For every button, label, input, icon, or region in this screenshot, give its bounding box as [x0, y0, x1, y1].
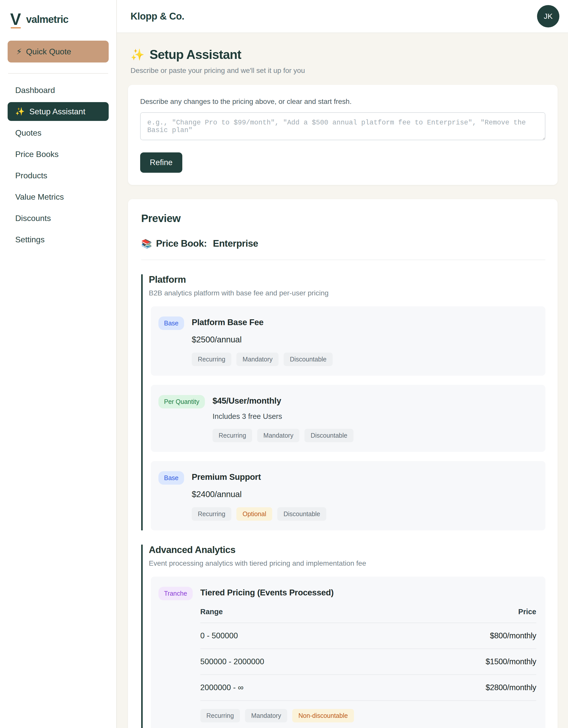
tag-recurring: Recurring	[192, 353, 231, 366]
component-tags: RecurringOptionalDiscountable	[192, 507, 536, 521]
tier-price: $2800/monthly	[486, 683, 536, 692]
price-book-row: 📚 Price Book: Enterprise	[141, 238, 545, 249]
refine-card: Describe any changes to the pricing abov…	[128, 85, 558, 185]
avatar[interactable]: JK	[537, 5, 559, 27]
sidebar-item-products[interactable]: Products	[8, 166, 109, 185]
refine-instructions: Describe any changes to the pricing abov…	[140, 98, 545, 106]
price-component-card: BasePlatform Base Fee$2500/annualRecurri…	[151, 306, 545, 376]
page-title: Setup Assistant	[150, 47, 241, 62]
tier-row: 500000 - 2000000$1500/monthly	[200, 649, 536, 675]
tag-mandatory: Mandatory	[237, 353, 279, 366]
component-tags: RecurringMandatoryNon-discountable	[200, 709, 536, 722]
tier-price: $800/monthly	[490, 631, 536, 640]
component-note: Includes 3 free Users	[213, 412, 536, 421]
tier-range: 0 - 500000	[200, 631, 238, 640]
component-type-badge: Per Quantity	[159, 395, 205, 408]
sidebar-item-value-metrics[interactable]: Value Metrics	[8, 187, 109, 206]
component-title: Platform Base Fee	[192, 316, 536, 327]
sparkles-icon: ✨	[131, 49, 145, 60]
tag-mandatory: Mandatory	[257, 429, 299, 442]
tag-discountable: Discountable	[284, 353, 332, 366]
product-name: Platform	[149, 274, 545, 285]
component-price: $2400/annual	[192, 489, 536, 499]
sidebar-item-label: Settings	[15, 235, 45, 244]
lightning-icon: ⚡	[16, 48, 22, 56]
price-component-card: Per Quantity$45/User/monthlyIncludes 3 f…	[151, 385, 545, 452]
tag-mandatory: Mandatory	[245, 709, 287, 722]
sidebar-item-label: Price Books	[15, 150, 59, 159]
preview-heading: Preview	[141, 212, 545, 225]
sidebar-item-label: Products	[15, 171, 47, 180]
component-title: Premium Support	[192, 471, 536, 482]
page-head: ✨ Setup Assistant Describe or paste your…	[128, 47, 558, 75]
app: V valmetric ⚡ Quick Quote Dashboard✨Setu…	[0, 0, 568, 728]
price-component-card: BasePremium Support$2400/annualRecurring…	[151, 461, 545, 530]
tier-column-price: Price	[518, 608, 536, 616]
sidebar-divider	[8, 73, 108, 74]
sidebar-nav: Dashboard✨Setup AssistantQuotesPrice Boo…	[8, 81, 109, 251]
component-title: Tiered Pricing (Events Processed)	[200, 587, 536, 597]
product-description: Event processing analytics with tiered p…	[149, 559, 545, 567]
component-tags: RecurringMandatoryDiscountable	[192, 353, 536, 366]
tag-recurring: Recurring	[192, 507, 231, 521]
sidebar-item-label: Discounts	[15, 214, 51, 223]
component-type-badge: Base	[159, 316, 184, 330]
price-book-name: Enterprise	[213, 238, 258, 249]
price-component-card: TrancheTiered Pricing (Events Processed)…	[151, 577, 545, 728]
tag-recurring: Recurring	[213, 429, 252, 442]
tag-recurring: Recurring	[200, 709, 240, 722]
top-bar: Klopp & Co. JK	[117, 0, 568, 33]
component-type-badge: Base	[159, 471, 184, 485]
component-title: $45/User/monthly	[213, 395, 536, 406]
preview-sections: PlatformB2B analytics platform with base…	[141, 274, 545, 728]
tier-table-header: RangePrice	[200, 608, 536, 623]
quick-quote-button[interactable]: ⚡ Quick Quote	[8, 41, 109, 62]
preview-card: Preview 📚 Price Book: Enterprise Platfor…	[128, 199, 558, 728]
product-section-advanced-analytics: Advanced AnalyticsEvent processing analy…	[141, 545, 545, 728]
product-description: B2B analytics platform with base fee and…	[149, 289, 545, 297]
divider	[141, 260, 545, 260]
product-name: Advanced Analytics	[149, 545, 545, 555]
price-book-label: Price Book:	[156, 238, 207, 249]
tier-range: 500000 - 2000000	[200, 657, 264, 666]
page-subtitle: Describe or paste your pricing and we'll…	[131, 67, 558, 75]
tier-range: 2000000 - ∞	[200, 683, 244, 692]
client-name: Klopp & Co.	[131, 11, 184, 22]
main-area: Klopp & Co. JK ✨ Setup Assistant Describ…	[117, 0, 568, 728]
sidebar-item-price-books[interactable]: Price Books	[8, 145, 109, 164]
tag-discountable: Discountable	[304, 429, 353, 442]
logo-mark-icon: V	[10, 11, 21, 27]
tier-column-range: Range	[200, 608, 223, 616]
sidebar-item-dashboard[interactable]: Dashboard	[8, 81, 109, 100]
product-section-platform: PlatformB2B analytics platform with base…	[141, 274, 545, 530]
component-tags: RecurringMandatoryDiscountable	[213, 429, 536, 442]
sidebar-item-label: Quotes	[15, 128, 41, 138]
quick-quote-label: Quick Quote	[26, 47, 71, 56]
brand-name: valmetric	[26, 14, 69, 25]
sidebar-item-discounts[interactable]: Discounts	[8, 209, 109, 228]
sidebar: V valmetric ⚡ Quick Quote Dashboard✨Setu…	[0, 0, 117, 728]
sidebar-item-label: Dashboard	[15, 86, 55, 95]
brand-logo: V valmetric	[8, 11, 109, 27]
tier-price: $1500/monthly	[486, 657, 536, 666]
sidebar-item-settings[interactable]: Settings	[8, 230, 109, 249]
component-type-badge: Tranche	[159, 587, 193, 600]
page-content: ✨ Setup Assistant Describe or paste your…	[117, 33, 568, 728]
sidebar-item-label: Value Metrics	[15, 192, 64, 202]
refine-input[interactable]	[140, 112, 545, 140]
sidebar-item-quotes[interactable]: Quotes	[8, 123, 109, 142]
sidebar-item-label: Setup Assistant	[29, 107, 85, 116]
sidebar-item-setup-assistant[interactable]: ✨Setup Assistant	[8, 102, 109, 121]
component-price: $2500/annual	[192, 335, 536, 344]
tag-non-discountable: Non-discountable	[292, 709, 354, 722]
refine-button[interactable]: Refine	[140, 152, 182, 173]
tag-discountable: Discountable	[277, 507, 326, 521]
tier-table: RangePrice0 - 500000$800/monthly500000 -…	[200, 608, 536, 701]
tag-optional: Optional	[237, 507, 272, 521]
sparkles-icon: ✨	[15, 108, 25, 115]
tier-row: 0 - 500000$800/monthly	[200, 623, 536, 649]
books-icon: 📚	[141, 239, 152, 248]
tier-row: 2000000 - ∞$2800/monthly	[200, 675, 536, 701]
